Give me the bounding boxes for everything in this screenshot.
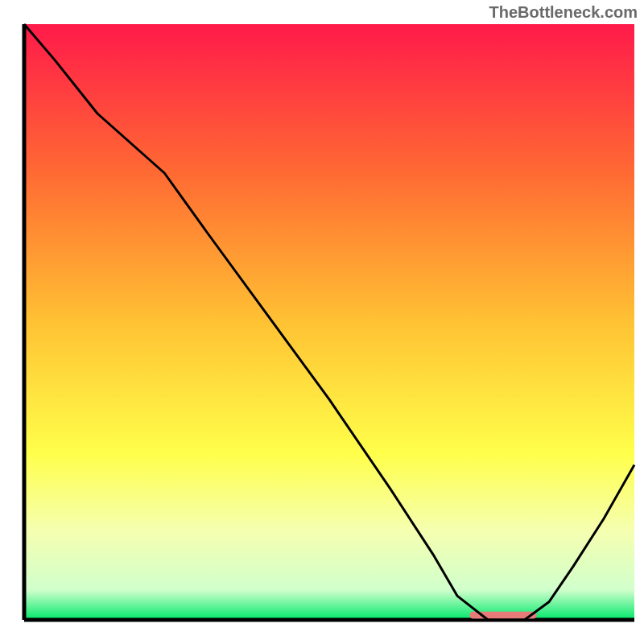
bottleneck-chart <box>0 0 644 644</box>
chart-gradient-bg <box>24 24 634 620</box>
chart-container: TheBottleneck.com <box>0 0 644 644</box>
watermark-text: TheBottleneck.com <box>489 3 638 22</box>
